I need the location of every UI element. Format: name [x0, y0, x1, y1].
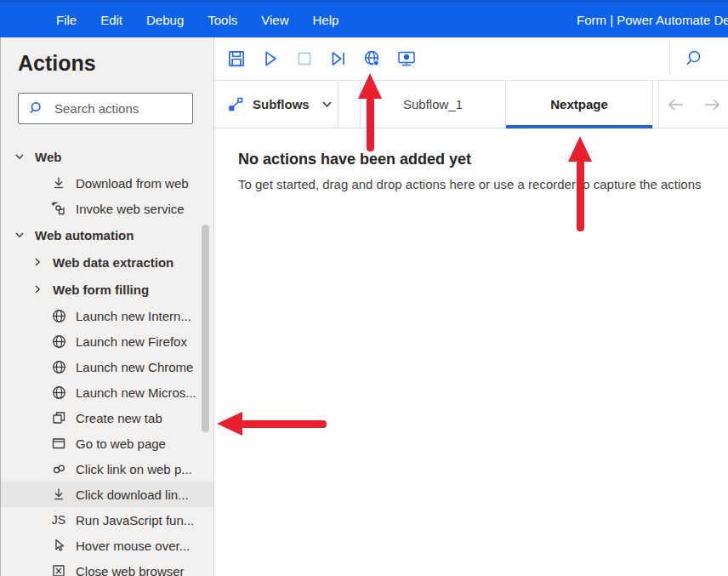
tab-nextpage[interactable]: Nextpage	[505, 81, 653, 128]
actions-pane: Actions Web Download from web	[0, 37, 214, 576]
new-tab-icon	[49, 410, 68, 425]
link-icon	[49, 461, 68, 477]
subflows-dropdown[interactable]: Subflows	[214, 81, 338, 128]
tree-subgroup-web-form-filling[interactable]: Web form filling	[1, 276, 213, 303]
tree-item-launch-new-microsoft-edge[interactable]: Launch new Micros...	[1, 379, 213, 405]
sidebar-scrollbar[interactable]	[202, 225, 209, 432]
tree-item-hover-mouse-over-element[interactable]: Hover mouse over...	[1, 533, 213, 558]
menu-item-debug[interactable]: Debug	[134, 3, 196, 37]
tree-label: Go to web page	[76, 436, 166, 451]
window-title: Form | Power Automate De	[577, 3, 728, 37]
search-actions-input[interactable]	[54, 101, 182, 116]
tree-label: Launch new Chrome	[76, 360, 193, 374]
scroll-tabs-right-button[interactable]	[701, 94, 723, 116]
chevron-down-icon	[14, 151, 26, 162]
tree-label: Invoke web service	[76, 202, 185, 216]
tab-bar-spacer	[338, 81, 360, 128]
designer-main: Subflows Subflow_1 Nextpage	[214, 37, 728, 576]
tree-label: Web automation	[35, 228, 134, 242]
globe-icon	[49, 308, 68, 324]
web-recorder-icon	[362, 48, 383, 70]
actions-tree: Web Download from web Invoke web	[1, 143, 213, 576]
empty-state-title: No actions have been added yet	[238, 151, 711, 168]
tab-bar: Subflows Subflow_1 Nextpage	[214, 81, 728, 128]
tree-item-invoke-web-service[interactable]: Invoke web service	[1, 196, 213, 221]
chevron-right-icon	[32, 257, 44, 267]
web-recorder-button[interactable]	[362, 47, 383, 71]
stop-button[interactable]	[294, 47, 315, 71]
tree-label: Close web browser	[76, 564, 185, 576]
tree-item-go-to-web-page[interactable]: Go to web page	[1, 431, 213, 456]
tree-label: Run JavaScript fun...	[76, 513, 194, 528]
web-service-icon	[49, 201, 68, 216]
search-icon	[29, 100, 45, 117]
tree-label: Launch new Firefox	[76, 334, 187, 349]
save-icon	[226, 48, 247, 69]
empty-state-subtitle: To get started, drag and drop actions he…	[238, 177, 711, 191]
tree-item-launch-new-firefox[interactable]: Launch new Firefox	[1, 328, 213, 354]
tree-label: Web form filling	[53, 282, 149, 297]
tab-subflow-1[interactable]: Subflow_1	[360, 81, 505, 128]
chevron-right-icon	[32, 284, 44, 294]
tree-item-create-new-tab[interactable]: Create new tab	[1, 405, 213, 431]
active-tab-underline	[506, 125, 652, 128]
toolbar-divider	[669, 42, 670, 76]
run-next-action-icon	[328, 48, 349, 69]
menu-item-file[interactable]: File	[44, 3, 88, 37]
tab-label: Subflow_1	[403, 97, 463, 111]
chevron-down-icon	[14, 230, 26, 240]
run-next-action-button[interactable]	[328, 47, 349, 71]
download-icon	[49, 487, 68, 502]
actions-pane-title: Actions	[18, 51, 213, 76]
desktop-recorder-icon	[396, 48, 417, 70]
tree-group-web-automation[interactable]: Web automation	[1, 221, 213, 248]
close-browser-icon	[49, 563, 68, 576]
tree-item-launch-new-internet-explorer[interactable]: Launch new Intern...	[1, 303, 213, 328]
tree-label: Launch new Micros...	[76, 385, 196, 400]
flow-canvas[interactable]: No actions have been added yet To get st…	[214, 128, 728, 576]
menu-item-view[interactable]: View	[249, 3, 300, 37]
tree-group-web[interactable]: Web	[1, 143, 213, 170]
arrow-right-icon	[701, 94, 723, 116]
subflow-icon	[228, 96, 244, 112]
menu-item-edit[interactable]: Edit	[88, 3, 134, 37]
chevron-down-icon	[321, 98, 333, 111]
toolbar-search-button[interactable]	[684, 47, 704, 71]
tree-item-click-download-link[interactable]: Click download lin...	[1, 482, 213, 507]
tree-item-launch-new-chrome[interactable]: Launch new Chrome	[1, 354, 213, 379]
tree-label: Download from web	[76, 176, 189, 191]
subflows-label: Subflows	[253, 97, 310, 111]
tree-item-run-javascript-function[interactable]: JS Run JavaScript fun...	[1, 507, 213, 533]
run-icon	[260, 48, 281, 69]
tree-label: Click link on web p...	[76, 462, 192, 476]
arrow-left-icon	[665, 94, 687, 116]
cursor-icon	[49, 538, 68, 553]
web-page-icon	[49, 436, 68, 451]
save-button[interactable]	[226, 47, 247, 71]
tree-label: Create new tab	[76, 411, 162, 425]
tree-item-download-from-web[interactable]: Download from web	[1, 170, 213, 196]
search-actions-box[interactable]	[18, 93, 193, 124]
tree-item-close-web-browser[interactable]: Close web browser	[1, 558, 213, 576]
desktop-recorder-button[interactable]	[396, 47, 417, 71]
menu-item-help[interactable]: Help	[301, 3, 351, 37]
tree-label: Web data extraction	[53, 255, 173, 270]
globe-icon	[49, 359, 68, 375]
tree-label: Web	[35, 150, 61, 164]
menu-bar: File Edit Debug Tools View Help Form | P…	[0, 0, 728, 37]
tab-scroll-buttons	[658, 81, 728, 128]
tree-label: Click download lin...	[76, 488, 189, 502]
download-icon	[49, 175, 68, 191]
tree-label: Hover mouse over...	[76, 539, 190, 553]
menu-item-tools[interactable]: Tools	[196, 3, 249, 37]
tab-label: Nextpage	[550, 97, 608, 111]
tree-subgroup-web-data-extraction[interactable]: Web data extraction	[1, 248, 213, 276]
globe-icon	[49, 334, 68, 350]
scroll-tabs-left-button[interactable]	[665, 94, 687, 116]
stop-icon	[294, 48, 315, 69]
tree-item-click-link-on-web-page[interactable]: Click link on web p...	[1, 456, 213, 482]
globe-icon	[49, 385, 68, 401]
js-icon: JS	[49, 513, 68, 527]
search-icon	[684, 48, 704, 70]
run-button[interactable]	[260, 47, 281, 71]
